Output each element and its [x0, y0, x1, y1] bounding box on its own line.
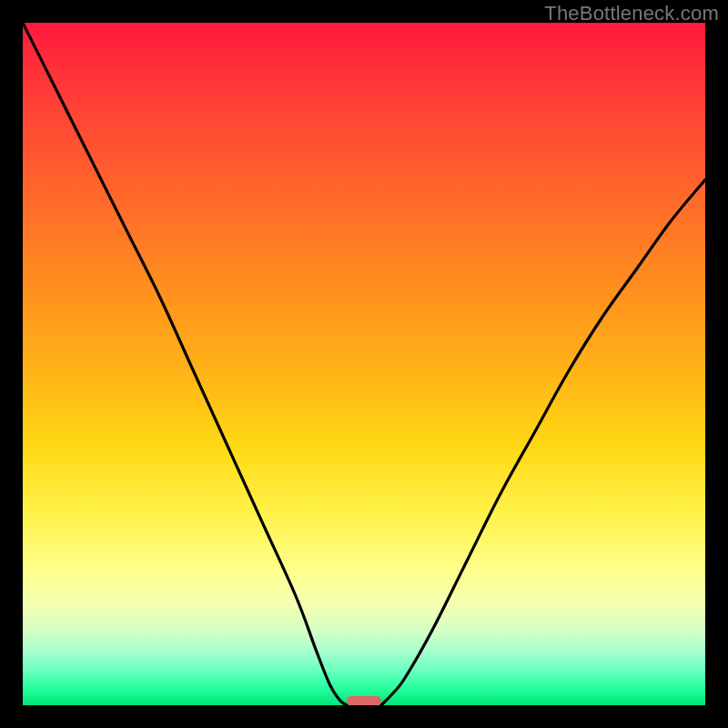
plot-area	[23, 23, 705, 705]
outer-frame: TheBottleneck.com	[0, 0, 728, 728]
right-curve	[381, 180, 705, 706]
watermark-text: TheBottleneck.com	[544, 2, 719, 25]
curve-layer	[23, 23, 705, 705]
minimum-marker	[347, 696, 381, 706]
left-curve	[23, 23, 347, 705]
